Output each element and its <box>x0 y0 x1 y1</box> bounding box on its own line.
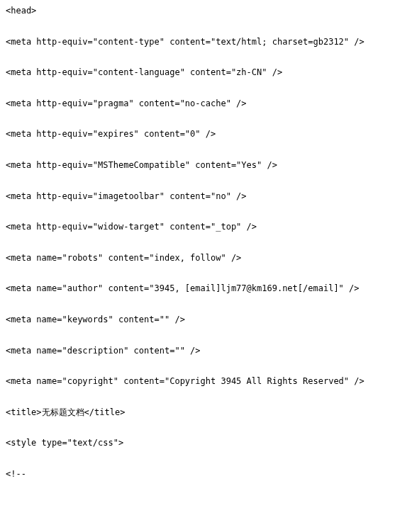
code-line: <meta name="keywords" content="" /> <box>6 315 389 326</box>
code-line: <meta http-equiv="pragma" content="no-ca… <box>6 98 389 110</box>
code-line: <meta http-equiv="imagetoolbar" content=… <box>6 191 389 203</box>
code-line: <meta http-equiv="content-language" cont… <box>6 67 389 79</box>
code-line: <style type="text/css"> <box>6 438 389 449</box>
code-line: <meta http-equiv="widow-target" content=… <box>6 222 389 233</box>
code-line: <meta http-equiv="MSThemeCompatible" con… <box>6 160 389 171</box>
code-line: <head> <box>6 6 389 17</box>
code-line: <!-- <box>6 469 389 480</box>
code-line: <meta name="copyright" content="Copyrigh… <box>6 376 389 387</box>
code-line: <meta http-equiv="expires" content="0" /… <box>6 129 389 140</box>
code-line: <meta name="robots" content="index, foll… <box>6 253 389 264</box>
code-line: <meta name="description" content="" /> <box>6 346 389 357</box>
code-line: <meta http-equiv="content-type" content=… <box>6 37 389 48</box>
code-line: <title>无标题文档</title> <box>6 407 389 419</box>
code-line: <meta name="author" content="3945, [emai… <box>6 283 389 295</box>
